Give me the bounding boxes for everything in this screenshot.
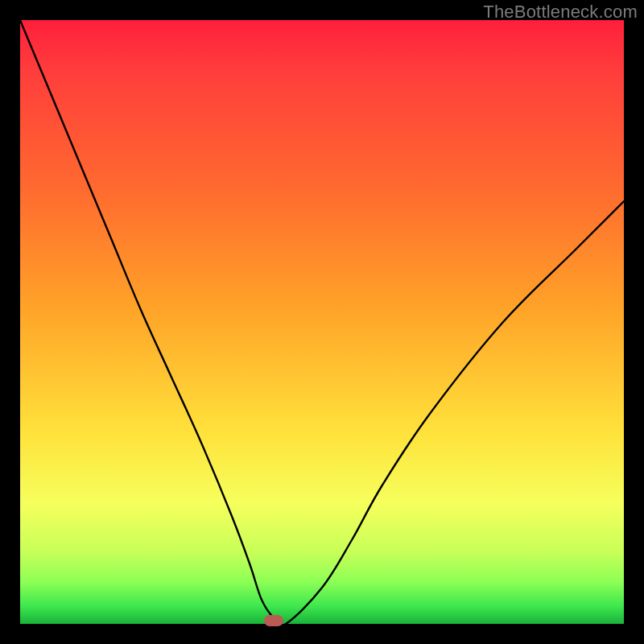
plot-area <box>20 20 624 624</box>
optimal-marker <box>264 615 283 626</box>
chart-frame: TheBottleneck.com <box>0 0 644 644</box>
bottleneck-curve <box>20 20 624 624</box>
